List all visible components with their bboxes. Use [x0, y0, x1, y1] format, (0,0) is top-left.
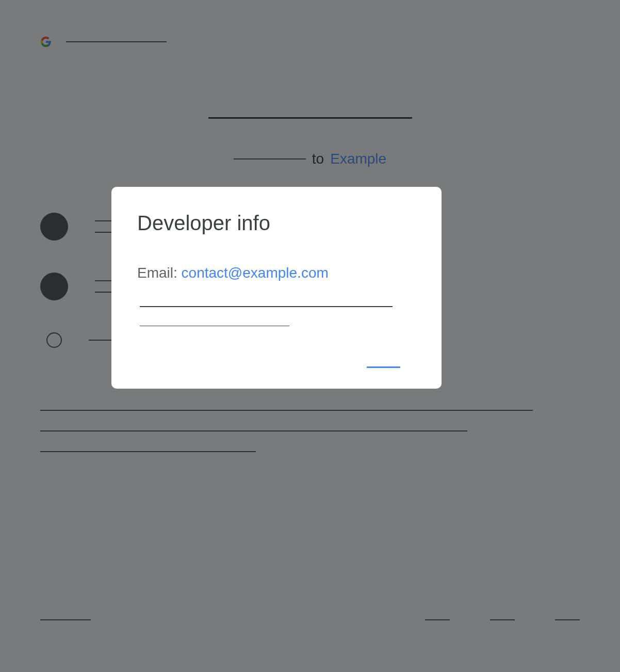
email-label: Email: [137, 265, 182, 281]
developer-email-row: Email: contact@example.com [137, 265, 416, 281]
dialog-text-placeholder [140, 306, 393, 307]
dialog-title: Developer info [137, 212, 416, 235]
dialog-text-placeholder [140, 326, 289, 327]
dialog-actions [137, 366, 416, 368]
developer-info-dialog: Developer info Email: contact@example.co… [111, 187, 442, 389]
modal-overlay[interactable]: Developer info Email: contact@example.co… [0, 0, 620, 672]
email-link[interactable]: contact@example.com [182, 265, 329, 281]
dialog-confirm-button[interactable] [367, 366, 400, 368]
